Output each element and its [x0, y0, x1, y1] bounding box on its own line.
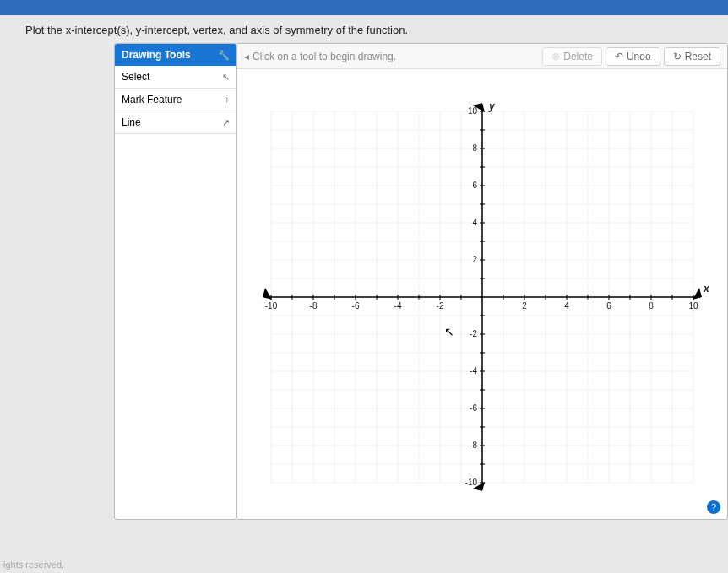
plus-icon: +: [225, 95, 230, 105]
close-icon: ⊗: [551, 51, 560, 62]
svg-text:x: x: [703, 283, 710, 295]
coordinate-grid[interactable]: -10-8-6-4-2246810-10-8-6-4-2246810xy: [254, 95, 710, 500]
undo-icon: ↶: [615, 51, 623, 62]
svg-text:6: 6: [472, 181, 477, 190]
top-bar: [0, 0, 728, 15]
instruction-text: Plot the x-intercept(s), y-intercept, ve…: [0, 15, 728, 43]
svg-text:6: 6: [606, 301, 611, 311]
reset-button[interactable]: ↻ Reset: [664, 47, 720, 66]
tool-select[interactable]: Select ↖: [115, 66, 236, 89]
tools-title: Drawing Tools: [122, 49, 191, 61]
svg-text:y: y: [488, 100, 496, 112]
tools-header: Drawing Tools 🔧: [115, 44, 236, 66]
svg-text:-2: -2: [470, 329, 477, 338]
svg-text:-2: -2: [437, 301, 444, 311]
drawing-tools-panel: Drawing Tools 🔧 Select ↖ Mark Feature + …: [114, 43, 237, 520]
hint-text: Click on a tool to begin drawing.: [253, 51, 396, 62]
svg-text:-6: -6: [352, 301, 360, 311]
tool-mark-feature[interactable]: Mark Feature +: [115, 89, 236, 111]
tool-label: Line: [122, 116, 141, 128]
button-label: Undo: [627, 51, 651, 62]
svg-marker-44: [693, 288, 702, 300]
svg-text:-4: -4: [470, 366, 477, 376]
svg-text:8: 8: [649, 301, 654, 311]
svg-text:-8: -8: [310, 301, 318, 311]
canvas-header: ◂ Click on a tool to begin drawing. ⊗ De…: [237, 44, 727, 69]
reset-icon: ↻: [673, 51, 682, 62]
svg-marker-45: [263, 288, 272, 300]
button-label: Reset: [685, 51, 711, 62]
svg-text:-10: -10: [265, 301, 278, 311]
canvas-buttons: ⊗ Delete ↶ Undo ↻ Reset: [542, 47, 720, 66]
graph-wrapper: -10-8-6-4-2246810-10-8-6-4-2246810xy ↖: [237, 69, 727, 516]
line-icon: ↗: [222, 117, 230, 128]
button-label: Delete: [563, 51, 593, 62]
canvas-hint: ◂ Click on a tool to begin drawing.: [244, 51, 396, 62]
tool-label: Select: [122, 71, 149, 83]
svg-text:-10: -10: [465, 478, 478, 487]
svg-text:-8: -8: [470, 441, 477, 450]
cursor-icon: ↖: [222, 72, 230, 83]
wrench-icon: 🔧: [218, 50, 230, 61]
svg-text:10: 10: [688, 301, 698, 311]
tool-label: Mark Feature: [122, 94, 182, 105]
svg-text:2: 2: [472, 255, 477, 264]
tool-line[interactable]: Line ↗: [115, 111, 236, 134]
svg-text:4: 4: [472, 218, 477, 227]
help-icon[interactable]: ?: [707, 500, 720, 514]
svg-text:10: 10: [468, 106, 478, 116]
footer-text: ights reserved.: [0, 556, 68, 573]
svg-text:-6: -6: [470, 403, 477, 413]
svg-text:2: 2: [522, 301, 527, 311]
svg-text:8: 8: [472, 143, 477, 153]
chevron-left-icon: ◂: [244, 51, 249, 62]
main-area: Drawing Tools 🔧 Select ↖ Mark Feature + …: [0, 43, 728, 520]
undo-button[interactable]: ↶ Undo: [606, 47, 660, 66]
svg-text:4: 4: [564, 301, 569, 311]
canvas-area: ◂ Click on a tool to begin drawing. ⊗ De…: [237, 43, 728, 520]
delete-button[interactable]: ⊗ Delete: [542, 47, 602, 66]
svg-text:-4: -4: [394, 301, 402, 311]
